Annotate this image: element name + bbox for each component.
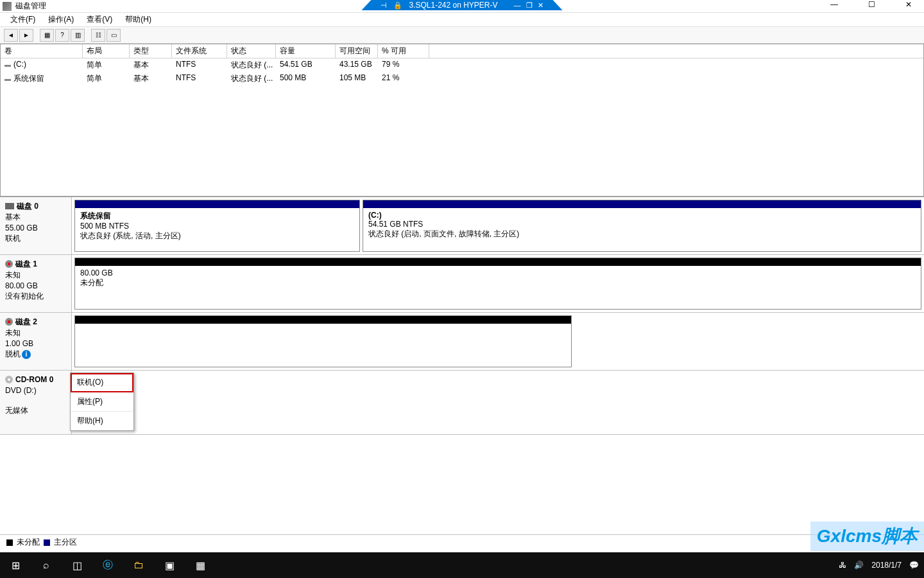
close-button[interactable]: ✕: [896, 0, 921, 9]
search-button[interactable]: ⌕: [31, 552, 62, 578]
tray-network-icon[interactable]: 🖧: [839, 561, 846, 570]
forward-button[interactable]: ►: [19, 29, 33, 42]
cdrom-row: CD-ROM 0 DVD (D:) 无媒体: [0, 371, 924, 435]
partition-header: [363, 200, 921, 208]
legend-swatch-primary: [44, 539, 50, 546]
legend-label-primary: 主分区: [54, 537, 77, 548]
col-layout[interactable]: 布局: [83, 44, 130, 58]
vol-name: 系统保留: [1, 73, 83, 85]
back-button[interactable]: ◄: [4, 29, 18, 42]
menu-bar: 文件(F) 操作(A) 查看(V) 帮助(H): [0, 13, 924, 27]
partition-header: [75, 316, 571, 324]
partition-c[interactable]: (C:) 54.51 GB NTFS 状态良好 (启动, 页面文件, 故障转储,…: [363, 200, 921, 252]
menu-help[interactable]: 帮助(H): [120, 13, 157, 26]
disk-0-row: 磁盘 0 基本 55.00 GB 联机 系统保留 500 MB NTFS 状态良…: [0, 197, 924, 255]
title-bar: 磁盘管理 ⊣ 🔒 3.SQL1-242 on HYPER-V — ❐ ✕ — ☐…: [0, 0, 924, 13]
toolbar-btn-5[interactable]: ▭: [107, 29, 121, 42]
partition-disk2[interactable]: [74, 315, 572, 367]
volume-list: 卷 布局 类型 文件系统 状态 容量 可用空间 % 可用 (C:) 简单 基本 …: [0, 44, 924, 197]
disk-1-label[interactable]: 磁盘 1 未知 80.00 GB 没有初始化: [0, 255, 72, 312]
menu-view[interactable]: 查看(V): [81, 13, 117, 26]
disk-2-label[interactable]: 磁盘 2 未知 1.00 GB 脱机i: [0, 313, 72, 370]
ie-button[interactable]: ⓔ: [92, 552, 123, 578]
tray-volume-icon[interactable]: 🔊: [854, 561, 864, 570]
legend-label-unallocated: 未分配: [17, 537, 40, 548]
info-icon[interactable]: i: [22, 350, 31, 359]
explorer-button[interactable]: 🗀: [123, 552, 154, 578]
partition-unallocated[interactable]: 80.00 GB 未分配: [74, 258, 921, 310]
volume-row[interactable]: (C:) 简单 基本 NTFS 状态良好 (... 54.51 GB 43.15…: [1, 58, 923, 72]
legend: 未分配 主分区: [0, 534, 924, 550]
toolbar-btn-4[interactable]: ☷: [91, 29, 105, 42]
col-type[interactable]: 类型: [130, 44, 172, 58]
tray-date[interactable]: 2018/1/7: [871, 561, 902, 570]
col-status[interactable]: 状态: [227, 44, 276, 58]
volume-row[interactable]: 系统保留 简单 基本 NTFS 状态良好 (... 500 MB 105 MB …: [1, 72, 923, 85]
vm-restore-button[interactable]: ❐: [526, 1, 533, 10]
lock-icon[interactable]: 🔒: [393, 1, 402, 10]
col-volume[interactable]: 卷: [1, 44, 83, 58]
toolbar-btn-3[interactable]: ▥: [71, 29, 85, 42]
start-button[interactable]: ⊞: [0, 552, 31, 578]
taskbar: ⊞ ⌕ ◫ ⓔ 🗀 ▣ ▦ 🖧 🔊 2018/1/7 💬: [0, 552, 924, 578]
toolbar-btn-2[interactable]: ?: [55, 29, 69, 42]
tray-notifications-icon[interactable]: 💬: [909, 561, 919, 570]
vm-title: 3.SQL1-242 on HYPER-V: [409, 1, 497, 10]
maximize-button[interactable]: ☐: [859, 0, 884, 9]
col-pct[interactable]: % 可用: [378, 44, 429, 58]
toolbar-btn-1[interactable]: ▦: [40, 29, 54, 42]
vm-window-controls: — ❐ ✕: [514, 1, 543, 10]
vol-name: (C:): [1, 59, 83, 71]
minimize-button[interactable]: —: [821, 0, 847, 9]
window-title: 磁盘管理: [15, 1, 46, 12]
toolbar: ◄ ► ▦ ? ▥ ☷ ▭: [0, 27, 924, 44]
menu-item-help[interactable]: 帮助(H): [71, 412, 133, 430]
vm-minimize-button[interactable]: —: [514, 1, 521, 10]
window-controls: — ☐ ✕: [821, 0, 921, 9]
watermark: Gxlcms脚本: [810, 521, 924, 551]
volume-list-header: 卷 布局 类型 文件系统 状态 容量 可用空间 % 可用: [1, 44, 923, 58]
pin-icon[interactable]: ⊣: [381, 1, 387, 10]
disk-1-row: 磁盘 1 未知 80.00 GB 没有初始化 80.00 GB 未分配: [0, 255, 924, 313]
disk-2-row: 磁盘 2 未知 1.00 GB 脱机i: [0, 313, 924, 371]
menu-item-properties[interactable]: 属性(P): [71, 392, 133, 412]
partition-system-reserved[interactable]: 系统保留 500 MB NTFS 状态良好 (系统, 活动, 主分区): [74, 200, 360, 252]
vm-connection-bar: ⊣ 🔒 3.SQL1-242 on HYPER-V — ❐ ✕: [361, 0, 562, 10]
taskbar-app-2[interactable]: ▦: [185, 552, 216, 578]
taskbar-app-1[interactable]: ▣: [154, 552, 185, 578]
context-menu: 联机(O) 属性(P) 帮助(H): [70, 372, 134, 431]
cdrom-label[interactable]: CD-ROM 0 DVD (D:) 无媒体: [0, 371, 72, 434]
legend-swatch-unallocated: [6, 539, 13, 546]
app-icon: [3, 2, 12, 11]
col-capacity[interactable]: 容量: [276, 44, 336, 58]
menu-item-online[interactable]: 联机(O): [71, 373, 133, 392]
system-tray: 🖧 🔊 2018/1/7 💬: [839, 561, 924, 570]
disk-title: 磁盘 1: [5, 259, 66, 270]
vm-close-button[interactable]: ✕: [538, 1, 543, 10]
disk-title: 磁盘 2: [5, 317, 66, 328]
partition-header: [75, 258, 921, 266]
menu-action[interactable]: 操作(A): [43, 13, 79, 26]
disk-title: CD-ROM 0: [5, 374, 66, 385]
col-fs[interactable]: 文件系统: [172, 44, 227, 58]
col-free[interactable]: 可用空间: [336, 44, 378, 58]
graphical-view: 磁盘 0 基本 55.00 GB 联机 系统保留 500 MB NTFS 状态良…: [0, 197, 924, 435]
menu-file[interactable]: 文件(F): [5, 13, 40, 26]
task-view-button[interactable]: ◫: [62, 552, 92, 578]
disk-title: 磁盘 0: [5, 201, 66, 212]
partition-header: [75, 200, 359, 208]
disk-0-label[interactable]: 磁盘 0 基本 55.00 GB 联机: [0, 197, 72, 254]
